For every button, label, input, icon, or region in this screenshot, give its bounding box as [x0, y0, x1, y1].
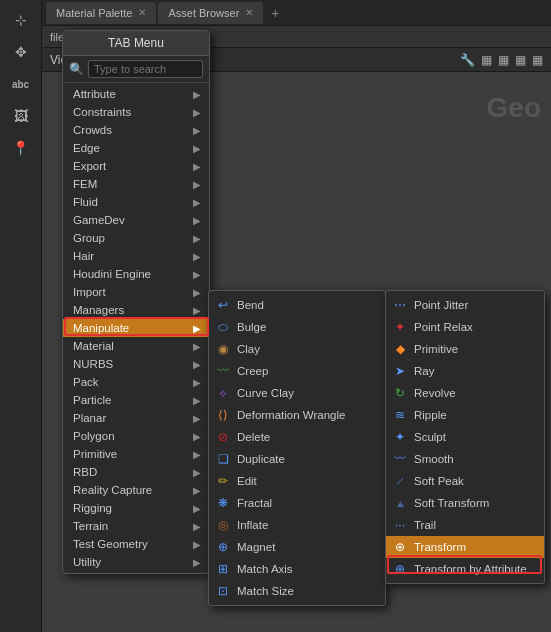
tab-menu: TAB Menu 🔍 Attribute▶Constraints▶Crowds▶…: [62, 30, 210, 574]
submenu-item-duplicate[interactable]: ❑ Duplicate: [209, 448, 385, 470]
menu-item-gamedev[interactable]: GameDev▶: [63, 211, 209, 229]
submenu-item-icon: ⟡: [215, 385, 231, 401]
menu-item-export[interactable]: Export▶: [63, 157, 209, 175]
icon-grid3[interactable]: ▦: [515, 53, 526, 67]
menu-item-label: Test Geometry: [73, 538, 148, 550]
icon-grid1[interactable]: ▦: [481, 53, 492, 67]
menu-item-fem[interactable]: FEM▶: [63, 175, 209, 193]
menu-item-import[interactable]: Import▶: [63, 283, 209, 301]
submenu-item-creep[interactable]: 〰 Creep: [209, 360, 385, 382]
submenu-arrow-icon: ▶: [193, 413, 201, 424]
submenu-item-label: Trail: [414, 519, 436, 531]
menu-item-rigging[interactable]: Rigging▶: [63, 499, 209, 517]
menu-item-crowds[interactable]: Crowds▶: [63, 121, 209, 139]
submenu-item-inflate[interactable]: ◎ Inflate: [209, 514, 385, 536]
submenu-item-label: Deformation Wrangle: [237, 409, 345, 421]
submenu-item-curve-clay[interactable]: ⟡ Curve Clay: [209, 382, 385, 404]
tab-asset-browser-close[interactable]: ✕: [245, 7, 253, 18]
submenu-arrow-icon: ▶: [193, 431, 201, 442]
menu-item-managers[interactable]: Managers▶: [63, 301, 209, 319]
tab-material-palette[interactable]: Material Palette ✕: [46, 2, 156, 24]
menu-item-planar[interactable]: Planar▶: [63, 409, 209, 427]
submenu-item-label: Match Size: [237, 585, 294, 597]
menu-item-attribute[interactable]: Attribute▶: [63, 85, 209, 103]
toolbar-icon-location[interactable]: 📍: [7, 134, 35, 162]
menu-item-hair[interactable]: Hair▶: [63, 247, 209, 265]
submenu-arrow-icon: ▶: [193, 377, 201, 388]
submenu-arrow-icon: ▶: [193, 341, 201, 352]
menu-item-terrain[interactable]: Terrain▶: [63, 517, 209, 535]
toolbar-icon-transform[interactable]: ✥: [7, 38, 35, 66]
submenu-item-ray[interactable]: ➤ Ray: [386, 360, 544, 382]
search-input[interactable]: [88, 60, 203, 78]
submenu-item-trail[interactable]: ··· Trail: [386, 514, 544, 536]
menu-item-utility[interactable]: Utility▶: [63, 553, 209, 571]
submenu-item-bulge[interactable]: ⬭ Bulge: [209, 316, 385, 338]
menu-item-reality-capture[interactable]: Reality Capture▶: [63, 481, 209, 499]
submenu-item-primitive[interactable]: ◆ Primitive: [386, 338, 544, 360]
toolbar-icon-abc[interactable]: abc: [7, 70, 35, 98]
menu-item-manipulate[interactable]: Manipulate▶: [63, 319, 209, 337]
menu-item-rbd[interactable]: RBD▶: [63, 463, 209, 481]
submenu-item-smooth[interactable]: 〰 Smooth: [386, 448, 544, 470]
menu-item-group[interactable]: Group▶: [63, 229, 209, 247]
tab-add-button[interactable]: +: [265, 3, 285, 23]
submenu-item-deformation-wrangle[interactable]: ⟨⟩ Deformation Wrangle: [209, 404, 385, 426]
submenu-item-label: Bend: [237, 299, 264, 311]
menu-item-edge[interactable]: Edge▶: [63, 139, 209, 157]
icon-grid4[interactable]: ▦: [532, 53, 543, 67]
submenu-item-point-relax[interactable]: ✦ Point Relax: [386, 316, 544, 338]
submenu-item-match-size[interactable]: ⊡ Match Size: [209, 580, 385, 602]
submenu-item-soft-peak[interactable]: ⟋ Soft Peak: [386, 470, 544, 492]
menu-item-test-geometry[interactable]: Test Geometry▶: [63, 535, 209, 553]
submenu-item-clay[interactable]: ◉ Clay: [209, 338, 385, 360]
submenu-item-transform[interactable]: ⊕ Transform: [386, 536, 544, 558]
menu-item-material[interactable]: Material▶: [63, 337, 209, 355]
toolbar-icon-image[interactable]: 🖼: [7, 102, 35, 130]
submenu-item-magnet[interactable]: ⊕ Magnet: [209, 536, 385, 558]
icon-grid2[interactable]: ▦: [498, 53, 509, 67]
submenu-item-icon: ⊕: [392, 561, 408, 577]
menu-item-nurbs[interactable]: NURBS▶: [63, 355, 209, 373]
menu-item-label: Fluid: [73, 196, 98, 208]
submenu-item-icon: ⋯: [392, 297, 408, 313]
menu-item-label: Hair: [73, 250, 94, 262]
menu-item-primitive[interactable]: Primitive▶: [63, 445, 209, 463]
submenu-item-sculpt[interactable]: ✦ Sculpt: [386, 426, 544, 448]
submenu-item-icon: ➤: [392, 363, 408, 379]
submenu-item-label: Smooth: [414, 453, 454, 465]
tab-material-palette-close[interactable]: ✕: [138, 7, 146, 18]
menu-item-constraints[interactable]: Constraints▶: [63, 103, 209, 121]
menu-item-houdini-engine[interactable]: Houdini Engine▶: [63, 265, 209, 283]
submenu-item-delete[interactable]: ⊘ Delete: [209, 426, 385, 448]
submenu-arrow-icon: ▶: [193, 557, 201, 568]
submenu-item-fractal[interactable]: ❋ Fractal: [209, 492, 385, 514]
menu-item-pack[interactable]: Pack▶: [63, 373, 209, 391]
menu-item-particle[interactable]: Particle▶: [63, 391, 209, 409]
submenu-item-edit[interactable]: ✏ Edit: [209, 470, 385, 492]
menu-item-label: Export: [73, 160, 106, 172]
icon-wrench[interactable]: 🔧: [460, 53, 475, 67]
submenu-item-point-jitter[interactable]: ⋯ Point Jitter: [386, 294, 544, 316]
submenu-item-revolve[interactable]: ↻ Revolve: [386, 382, 544, 404]
submenu-arrow-icon: ▶: [193, 143, 201, 154]
submenu-item-transform-by-attribute[interactable]: ⊕ Transform by Attribute: [386, 558, 544, 580]
submenu-item-bend[interactable]: ↩ Bend: [209, 294, 385, 316]
submenu-item-soft-transform[interactable]: ⟁ Soft Transform: [386, 492, 544, 514]
menu-item-label: Polygon: [73, 430, 115, 442]
menu-item-label: Material: [73, 340, 114, 352]
toolbar-icon-select[interactable]: ⊹: [7, 6, 35, 34]
submenu-arrow-icon: ▶: [193, 89, 201, 100]
submenu-item-icon: ⟨⟩: [215, 407, 231, 423]
submenu-item-ripple[interactable]: ≋ Ripple: [386, 404, 544, 426]
menu-item-label: Pack: [73, 376, 99, 388]
submenu-item-icon: ↻: [392, 385, 408, 401]
submenu-arrow-icon: ▶: [193, 161, 201, 172]
submenu-item-match-axis[interactable]: ⊞ Match Axis: [209, 558, 385, 580]
submenu-arrow-icon: ▶: [193, 125, 201, 136]
menu-item-fluid[interactable]: Fluid▶: [63, 193, 209, 211]
tab-asset-browser[interactable]: Asset Browser ✕: [158, 2, 263, 24]
menu-item-polygon[interactable]: Polygon▶: [63, 427, 209, 445]
toolbar-icons-right: 🔧 ▦ ▦ ▦ ▦: [460, 53, 551, 67]
submenu-item-label: Transform by Attribute: [414, 563, 527, 575]
